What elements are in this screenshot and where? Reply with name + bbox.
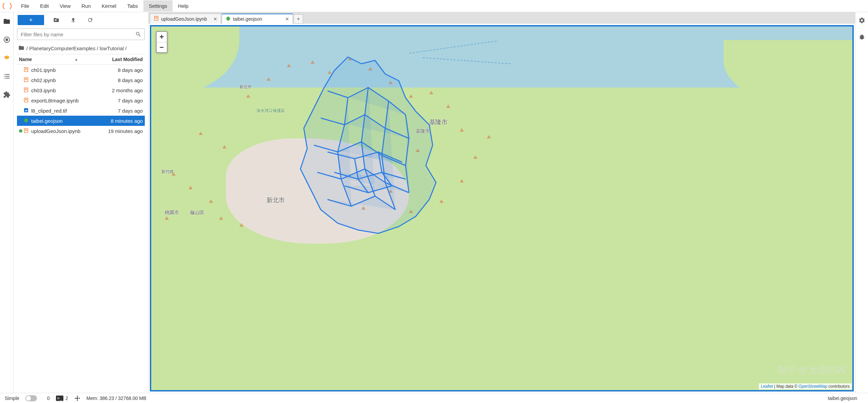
- document-tab[interactable]: uploadGeoJson.ipynb ✕: [150, 14, 221, 24]
- peak-icon: [429, 91, 433, 94]
- peak-icon: [368, 67, 372, 71]
- column-modified[interactable]: Last Modified: [92, 57, 143, 62]
- mode-toggle[interactable]: [25, 395, 37, 401]
- peak-icon: [439, 199, 443, 203]
- map-label-danshui: 淡水河口保護區: [256, 108, 285, 114]
- file-row[interactable]: ch02.ipynb 8 days ago: [17, 75, 145, 85]
- file-row[interactable]: ch01.ipynb 8 days ago: [17, 65, 145, 75]
- file-name: ch03.ipynb: [31, 88, 92, 93]
- svg-point-22: [77, 396, 78, 397]
- peak-icon: [239, 223, 243, 227]
- breadcrumb-path[interactable]: / PlanetaryComputerExamples / lswTutoria…: [26, 45, 126, 51]
- peak-icon: [389, 81, 393, 84]
- status-memory: Mem: 386.23 / 32768.00 MB: [86, 396, 146, 401]
- file-modified: 8 days ago: [92, 77, 143, 83]
- svg-rect-17: [25, 130, 27, 131]
- svg-point-24: [75, 398, 76, 399]
- file-name: uploadGeoJson.ipynb: [31, 128, 92, 134]
- peak-icon: [473, 155, 477, 159]
- peak-icon: [460, 179, 464, 183]
- menu-view[interactable]: View: [54, 0, 76, 12]
- peak-icon: [487, 135, 491, 138]
- file-row[interactable]: l8_cliped_red.tif 7 days ago: [17, 105, 145, 116]
- jupyter-logo-icon[interactable]: [3, 2, 12, 11]
- svg-rect-16: [25, 129, 27, 130]
- status-bar: Simple 0 >_2 Mem: 386.23 / 32768.00 MB t…: [0, 393, 868, 403]
- status-kernel-count[interactable]: 0: [47, 396, 50, 401]
- peak-icon: [361, 206, 366, 210]
- toc-tab-icon[interactable]: [2, 72, 11, 81]
- watermark: 知乎 @无形的风: [776, 364, 846, 377]
- new-folder-button[interactable]: [52, 15, 61, 25]
- svg-rect-12: [25, 99, 27, 99]
- geojson-file-icon: [23, 118, 29, 124]
- sort-caret-icon[interactable]: ▲: [74, 57, 78, 62]
- status-terminal-count[interactable]: >_2: [56, 396, 68, 401]
- file-modified: 7 days ago: [92, 108, 143, 114]
- main-work-area: uploadGeoJson.ipynb ✕ taibei.geojson ✕+: [149, 12, 855, 393]
- search-icon: [135, 31, 141, 38]
- status-lsp-icon[interactable]: [74, 395, 80, 401]
- file-row[interactable]: exportL8Image.ipynb 7 days ago: [17, 95, 145, 105]
- menu-kernel[interactable]: Kernel: [96, 0, 122, 12]
- leaflet-link[interactable]: Leaflet: [761, 384, 773, 389]
- notebook-file-icon: [23, 128, 29, 134]
- tif-file-icon: [23, 108, 29, 114]
- svg-rect-19: [155, 17, 158, 18]
- svg-rect-1: [6, 39, 8, 41]
- upload-button[interactable]: [68, 15, 78, 25]
- new-launcher-button[interactable]: +: [18, 15, 44, 25]
- menu-run[interactable]: Run: [76, 0, 96, 12]
- peak-icon: [409, 210, 413, 213]
- svg-rect-20: [155, 18, 158, 18]
- file-row[interactable]: ch03.ipynb 2 months ago: [17, 85, 145, 95]
- add-tab-button[interactable]: +: [294, 14, 303, 24]
- menu-file[interactable]: File: [16, 0, 35, 12]
- map-label-guishan: 龜山區: [190, 210, 204, 216]
- svg-rect-6: [25, 78, 27, 79]
- file-modified: 8 days ago: [92, 67, 143, 73]
- peak-icon: [446, 104, 450, 108]
- osm-link[interactable]: OpenStreetMap: [798, 384, 827, 389]
- map-canvas[interactable]: 新北市 桃園市 龜山區 基隆市 基隆市 新竹路 淡水河口保護區 新北市 + − …: [151, 26, 852, 390]
- peak-icon: [348, 57, 352, 60]
- file-list: ch01.ipynb 8 days ago ch02.ipynb 8 days …: [17, 65, 145, 393]
- peak-icon: [189, 186, 193, 189]
- document-content: 新北市 桃園市 龜山區 基隆市 基隆市 新竹路 淡水河口保護區 新北市 + − …: [150, 25, 854, 391]
- document-tab[interactable]: taibei.geojson ✕: [222, 14, 293, 24]
- status-mode[interactable]: Simple: [5, 395, 41, 401]
- svg-rect-10: [25, 90, 27, 90]
- menu-tabs[interactable]: Tabs: [122, 0, 143, 12]
- activity-bar: [0, 12, 14, 393]
- menu-settings[interactable]: Settings: [143, 0, 173, 12]
- geojson-file-icon: [225, 16, 231, 22]
- column-name[interactable]: Name: [19, 57, 74, 62]
- map-label-taoyuan: 桃園市: [165, 210, 179, 216]
- notebook-file-icon: [23, 77, 29, 83]
- close-tab-button[interactable]: ✕: [282, 16, 289, 22]
- filebrowser-tab-icon[interactable]: [2, 17, 11, 26]
- file-row[interactable]: uploadGeoJson.ipynb 19 minutes ago: [17, 126, 145, 136]
- extensions-tab-icon[interactable]: [2, 90, 11, 99]
- breadcrumb[interactable]: / PlanetaryComputerExamples / lswTutoria…: [17, 43, 145, 54]
- peak-icon: [311, 60, 315, 64]
- zoom-out-button[interactable]: −: [157, 42, 167, 52]
- file-filter-input[interactable]: [17, 28, 145, 40]
- svg-rect-14: [24, 108, 28, 112]
- file-name: ch01.ipynb: [31, 67, 92, 73]
- document-tab-bar: uploadGeoJson.ipynb ✕ taibei.geojson ✕+: [149, 12, 855, 24]
- catalog-tab-icon[interactable]: [2, 54, 11, 62]
- close-tab-button[interactable]: ✕: [210, 16, 217, 22]
- peak-icon: [409, 94, 413, 98]
- file-row[interactable]: taibei.geojson 8 minutes ago: [17, 116, 145, 126]
- right-sidebar: [855, 12, 868, 393]
- file-filter: [17, 28, 145, 40]
- zoom-in-button[interactable]: +: [157, 32, 167, 42]
- property-inspector-icon[interactable]: [859, 17, 865, 25]
- menu-help[interactable]: Help: [173, 0, 194, 12]
- refresh-button[interactable]: [85, 15, 95, 25]
- menu-edit[interactable]: Edit: [35, 0, 54, 12]
- debugger-icon[interactable]: [859, 34, 865, 41]
- peak-icon: [209, 199, 213, 203]
- running-tab-icon[interactable]: [2, 35, 11, 44]
